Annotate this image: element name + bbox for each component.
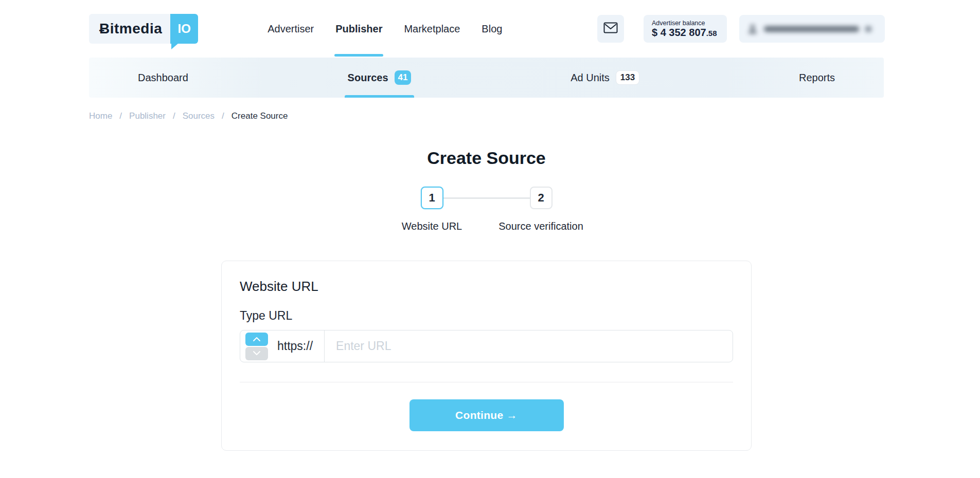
ad-units-count-badge: 133: [616, 70, 639, 85]
main-content: Create Source 1 2 Website URL Source ver…: [89, 121, 884, 451]
chevron-down-icon: [252, 351, 261, 356]
protocol-up-button[interactable]: [245, 333, 268, 346]
nav-publisher[interactable]: Publisher: [335, 0, 382, 58]
protocol-down-button[interactable]: [245, 347, 268, 360]
breadcrumb-publisher[interactable]: Publisher: [129, 111, 166, 121]
user-menu[interactable]: [739, 15, 885, 43]
balance-amount: $ 4 352 807.58: [652, 27, 719, 38]
advertiser-balance[interactable]: Advertiser balance $ 4 352 807.58: [644, 15, 727, 43]
tab-dashboard-label: Dashboard: [138, 72, 188, 84]
app-header: Ƀitmedia IO Advertiser Publisher Marketp…: [0, 0, 980, 58]
nav-advertiser[interactable]: Advertiser: [268, 0, 314, 58]
breadcrumb-separator: /: [222, 111, 224, 121]
bitmedia-logo[interactable]: Ƀitmedia IO: [89, 14, 198, 44]
tab-sources-label: Sources: [348, 72, 388, 84]
tab-reports-label: Reports: [799, 72, 835, 84]
balance-cents: .58: [706, 29, 717, 38]
tab-reports[interactable]: Reports: [799, 58, 835, 98]
url-input[interactable]: [325, 330, 733, 362]
step-1-label: Website URL: [378, 220, 487, 232]
stepper-connector: [443, 197, 530, 199]
breadcrumb-current: Create Source: [231, 111, 288, 121]
user-icon: [747, 24, 758, 34]
step-2-label: Source verification: [487, 220, 596, 232]
card-divider: [240, 382, 733, 382]
tab-ad-units[interactable]: Ad Units 133: [571, 58, 639, 98]
step-2-box: 2: [530, 187, 553, 209]
protocol-value: https://: [277, 339, 313, 353]
nav-marketplace[interactable]: Marketplace: [404, 0, 460, 58]
chevron-up-icon: [252, 336, 261, 342]
continue-button[interactable]: Continue →: [409, 399, 564, 431]
tab-sources[interactable]: Sources 41: [348, 58, 412, 98]
page-title: Create Source: [427, 148, 546, 168]
top-nav: Advertiser Publisher Marketplace Blog: [268, 0, 502, 58]
logo-wordmark: Ƀitmedia: [89, 14, 170, 44]
nav-blog[interactable]: Blog: [482, 0, 502, 58]
breadcrumb-sources[interactable]: Sources: [183, 111, 215, 121]
stepper: 1 2 Website URL Source verification: [378, 187, 596, 244]
messages-button[interactable]: [597, 15, 624, 43]
obscured-user-email: [747, 24, 871, 34]
balance-label: Advertiser balance: [652, 20, 719, 27]
breadcrumb-separator: /: [173, 111, 175, 121]
breadcrumb-home[interactable]: Home: [89, 111, 112, 121]
publisher-subnav: Dashboard Sources 41 Ad Units 133 Report…: [89, 58, 884, 98]
header-right-cluster: Advertiser balance $ 4 352 807.58: [597, 15, 885, 43]
breadcrumb-separator: /: [119, 111, 122, 121]
website-url-card: Website URL Type URL https://: [221, 261, 752, 451]
protocol-stepper: [245, 333, 268, 360]
tab-ad-units-label: Ad Units: [571, 72, 610, 84]
publisher-subnav-row: Dashboard Sources 41 Ad Units 133 Report…: [0, 58, 980, 98]
breadcrumb: Home / Publisher / Sources / Create Sour…: [89, 111, 891, 121]
type-url-label: Type URL: [240, 309, 733, 323]
envelope-icon: [603, 22, 618, 35]
tab-dashboard[interactable]: Dashboard: [138, 58, 188, 98]
card-heading: Website URL: [240, 279, 733, 295]
sources-count-badge: 41: [395, 70, 412, 85]
step-1-box: 1: [421, 187, 443, 209]
logo-io-bubble: IO: [170, 14, 198, 44]
url-input-group: https://: [240, 330, 733, 362]
